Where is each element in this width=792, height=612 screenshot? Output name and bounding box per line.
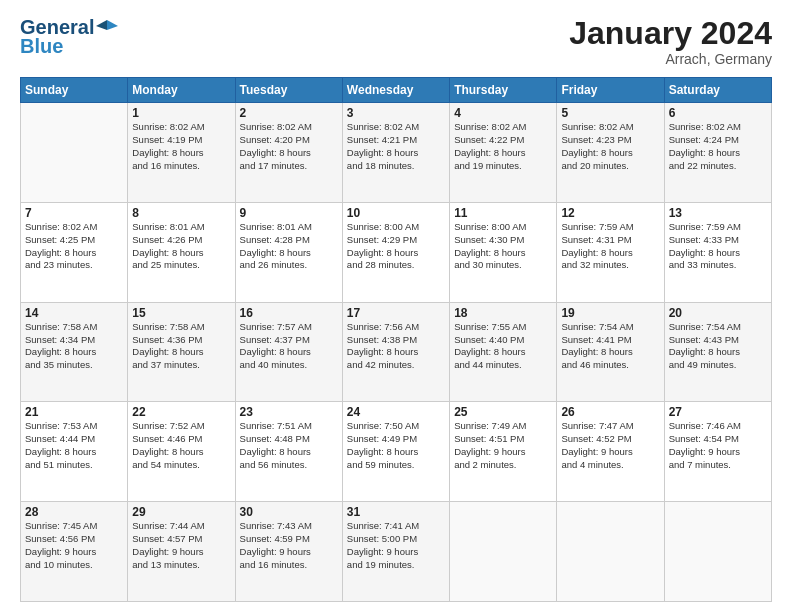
calendar-cell: 1Sunrise: 8:02 AMSunset: 4:19 PMDaylight… <box>128 103 235 203</box>
calendar-week-3: 14Sunrise: 7:58 AMSunset: 4:34 PMDayligh… <box>21 302 772 402</box>
day-number: 18 <box>454 306 552 320</box>
calendar-cell <box>664 502 771 602</box>
calendar-cell: 28Sunrise: 7:45 AMSunset: 4:56 PMDayligh… <box>21 502 128 602</box>
day-info: Sunrise: 8:02 AMSunset: 4:19 PMDaylight:… <box>132 121 230 172</box>
col-header-wednesday: Wednesday <box>342 78 449 103</box>
svg-marker-0 <box>107 20 118 30</box>
day-number: 2 <box>240 106 338 120</box>
calendar-cell: 14Sunrise: 7:58 AMSunset: 4:34 PMDayligh… <box>21 302 128 402</box>
day-number: 23 <box>240 405 338 419</box>
day-number: 28 <box>25 505 123 519</box>
day-info: Sunrise: 8:02 AMSunset: 4:25 PMDaylight:… <box>25 221 123 272</box>
col-header-saturday: Saturday <box>664 78 771 103</box>
day-info: Sunrise: 7:44 AMSunset: 4:57 PMDaylight:… <box>132 520 230 571</box>
day-info: Sunrise: 7:55 AMSunset: 4:40 PMDaylight:… <box>454 321 552 372</box>
calendar-cell: 13Sunrise: 7:59 AMSunset: 4:33 PMDayligh… <box>664 202 771 302</box>
day-info: Sunrise: 7:52 AMSunset: 4:46 PMDaylight:… <box>132 420 230 471</box>
day-info: Sunrise: 7:58 AMSunset: 4:36 PMDaylight:… <box>132 321 230 372</box>
calendar-cell: 31Sunrise: 7:41 AMSunset: 5:00 PMDayligh… <box>342 502 449 602</box>
calendar-table: SundayMondayTuesdayWednesdayThursdayFrid… <box>20 77 772 602</box>
calendar-cell: 18Sunrise: 7:55 AMSunset: 4:40 PMDayligh… <box>450 302 557 402</box>
day-number: 6 <box>669 106 767 120</box>
calendar-cell: 7Sunrise: 8:02 AMSunset: 4:25 PMDaylight… <box>21 202 128 302</box>
col-header-thursday: Thursday <box>450 78 557 103</box>
day-info: Sunrise: 7:47 AMSunset: 4:52 PMDaylight:… <box>561 420 659 471</box>
day-info: Sunrise: 8:01 AMSunset: 4:26 PMDaylight:… <box>132 221 230 272</box>
calendar-cell: 3Sunrise: 8:02 AMSunset: 4:21 PMDaylight… <box>342 103 449 203</box>
calendar-cell: 2Sunrise: 8:02 AMSunset: 4:20 PMDaylight… <box>235 103 342 203</box>
day-number: 10 <box>347 206 445 220</box>
calendar-cell: 26Sunrise: 7:47 AMSunset: 4:52 PMDayligh… <box>557 402 664 502</box>
day-info: Sunrise: 7:54 AMSunset: 4:43 PMDaylight:… <box>669 321 767 372</box>
day-number: 11 <box>454 206 552 220</box>
day-info: Sunrise: 8:00 AMSunset: 4:29 PMDaylight:… <box>347 221 445 272</box>
day-info: Sunrise: 7:41 AMSunset: 5:00 PMDaylight:… <box>347 520 445 571</box>
logo: General Blue <box>20 16 118 58</box>
col-header-friday: Friday <box>557 78 664 103</box>
day-info: Sunrise: 7:53 AMSunset: 4:44 PMDaylight:… <box>25 420 123 471</box>
day-info: Sunrise: 7:58 AMSunset: 4:34 PMDaylight:… <box>25 321 123 372</box>
calendar-week-1: 1Sunrise: 8:02 AMSunset: 4:19 PMDaylight… <box>21 103 772 203</box>
calendar-cell: 20Sunrise: 7:54 AMSunset: 4:43 PMDayligh… <box>664 302 771 402</box>
calendar-cell: 17Sunrise: 7:56 AMSunset: 4:38 PMDayligh… <box>342 302 449 402</box>
calendar-cell: 24Sunrise: 7:50 AMSunset: 4:49 PMDayligh… <box>342 402 449 502</box>
day-number: 1 <box>132 106 230 120</box>
calendar-week-2: 7Sunrise: 8:02 AMSunset: 4:25 PMDaylight… <box>21 202 772 302</box>
calendar-week-5: 28Sunrise: 7:45 AMSunset: 4:56 PMDayligh… <box>21 502 772 602</box>
day-info: Sunrise: 7:59 AMSunset: 4:31 PMDaylight:… <box>561 221 659 272</box>
month-title: January 2024 <box>569 16 772 51</box>
day-number: 25 <box>454 405 552 419</box>
day-number: 15 <box>132 306 230 320</box>
day-info: Sunrise: 7:54 AMSunset: 4:41 PMDaylight:… <box>561 321 659 372</box>
day-number: 24 <box>347 405 445 419</box>
calendar-cell: 27Sunrise: 7:46 AMSunset: 4:54 PMDayligh… <box>664 402 771 502</box>
calendar-cell: 5Sunrise: 8:02 AMSunset: 4:23 PMDaylight… <box>557 103 664 203</box>
day-number: 7 <box>25 206 123 220</box>
calendar-cell: 15Sunrise: 7:58 AMSunset: 4:36 PMDayligh… <box>128 302 235 402</box>
day-info: Sunrise: 7:51 AMSunset: 4:48 PMDaylight:… <box>240 420 338 471</box>
day-info: Sunrise: 8:02 AMSunset: 4:20 PMDaylight:… <box>240 121 338 172</box>
calendar-cell: 30Sunrise: 7:43 AMSunset: 4:59 PMDayligh… <box>235 502 342 602</box>
calendar-cell: 11Sunrise: 8:00 AMSunset: 4:30 PMDayligh… <box>450 202 557 302</box>
page: General Blue January 2024 Arrach, German… <box>0 0 792 612</box>
day-number: 30 <box>240 505 338 519</box>
calendar-week-4: 21Sunrise: 7:53 AMSunset: 4:44 PMDayligh… <box>21 402 772 502</box>
day-info: Sunrise: 8:02 AMSunset: 4:22 PMDaylight:… <box>454 121 552 172</box>
day-info: Sunrise: 7:50 AMSunset: 4:49 PMDaylight:… <box>347 420 445 471</box>
day-number: 13 <box>669 206 767 220</box>
calendar-cell: 16Sunrise: 7:57 AMSunset: 4:37 PMDayligh… <box>235 302 342 402</box>
calendar-cell: 25Sunrise: 7:49 AMSunset: 4:51 PMDayligh… <box>450 402 557 502</box>
calendar-cell: 4Sunrise: 8:02 AMSunset: 4:22 PMDaylight… <box>450 103 557 203</box>
title-area: January 2024 Arrach, Germany <box>569 16 772 67</box>
subtitle: Arrach, Germany <box>569 51 772 67</box>
logo-bird-icon <box>96 16 118 38</box>
calendar-cell: 21Sunrise: 7:53 AMSunset: 4:44 PMDayligh… <box>21 402 128 502</box>
day-info: Sunrise: 7:57 AMSunset: 4:37 PMDaylight:… <box>240 321 338 372</box>
col-header-monday: Monday <box>128 78 235 103</box>
svg-marker-1 <box>96 20 107 30</box>
day-info: Sunrise: 8:02 AMSunset: 4:21 PMDaylight:… <box>347 121 445 172</box>
day-number: 4 <box>454 106 552 120</box>
calendar-cell: 19Sunrise: 7:54 AMSunset: 4:41 PMDayligh… <box>557 302 664 402</box>
day-number: 21 <box>25 405 123 419</box>
day-number: 26 <box>561 405 659 419</box>
day-number: 17 <box>347 306 445 320</box>
calendar-cell: 22Sunrise: 7:52 AMSunset: 4:46 PMDayligh… <box>128 402 235 502</box>
day-info: Sunrise: 8:02 AMSunset: 4:24 PMDaylight:… <box>669 121 767 172</box>
day-number: 12 <box>561 206 659 220</box>
day-number: 19 <box>561 306 659 320</box>
calendar-cell: 9Sunrise: 8:01 AMSunset: 4:28 PMDaylight… <box>235 202 342 302</box>
header: General Blue January 2024 Arrach, German… <box>20 16 772 67</box>
day-info: Sunrise: 8:01 AMSunset: 4:28 PMDaylight:… <box>240 221 338 272</box>
day-number: 14 <box>25 306 123 320</box>
calendar-cell <box>21 103 128 203</box>
day-number: 31 <box>347 505 445 519</box>
day-number: 22 <box>132 405 230 419</box>
day-info: Sunrise: 7:45 AMSunset: 4:56 PMDaylight:… <box>25 520 123 571</box>
day-number: 29 <box>132 505 230 519</box>
day-number: 5 <box>561 106 659 120</box>
day-number: 20 <box>669 306 767 320</box>
day-info: Sunrise: 7:56 AMSunset: 4:38 PMDaylight:… <box>347 321 445 372</box>
calendar-cell: 6Sunrise: 8:02 AMSunset: 4:24 PMDaylight… <box>664 103 771 203</box>
calendar-cell: 8Sunrise: 8:01 AMSunset: 4:26 PMDaylight… <box>128 202 235 302</box>
